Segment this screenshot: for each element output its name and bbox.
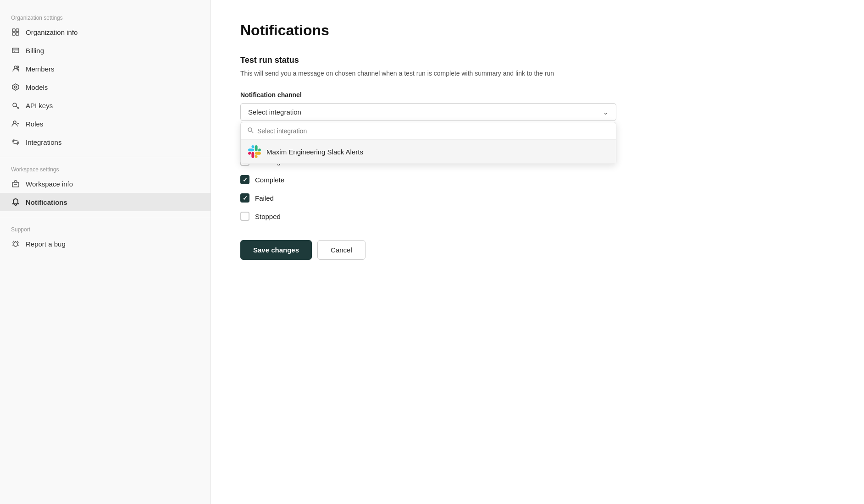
sidebar-divider-1 [0, 157, 210, 157]
sidebar-item-label: Workspace info [26, 180, 73, 188]
checkbox-stopped[interactable] [240, 212, 249, 221]
roles-icon [11, 119, 20, 128]
sidebar-item-api-keys[interactable]: API keys [0, 96, 210, 115]
svg-point-18 [14, 242, 17, 247]
sidebar-item-org-info[interactable]: Organization info [0, 23, 210, 41]
sidebar-item-members[interactable]: Members [0, 60, 210, 78]
svg-rect-2 [12, 33, 15, 35]
sidebar-item-notifications[interactable]: Notifications [0, 193, 210, 211]
sidebar-item-label: Notifications [26, 198, 67, 206]
checkbox-failed[interactable] [240, 193, 249, 203]
checkbox-complete-label: Complete [255, 176, 284, 184]
sidebar-item-workspace-info[interactable]: Workspace info [0, 175, 210, 193]
svg-point-7 [14, 66, 17, 69]
svg-point-19 [248, 128, 252, 131]
sidebar-item-label: Integrations [26, 138, 61, 146]
svg-rect-3 [16, 33, 19, 35]
models-icon [11, 82, 20, 92]
key-icon [11, 101, 20, 110]
svg-rect-1 [16, 29, 19, 32]
sidebar-item-label: Members [26, 65, 55, 73]
sidebar-item-label: Organization info [26, 28, 78, 36]
sidebar-item-label: Models [26, 83, 48, 91]
sidebar-item-label: API keys [26, 102, 53, 110]
members-icon [11, 64, 20, 73]
bell-icon [11, 197, 20, 207]
dropdown-search-input[interactable] [257, 127, 609, 135]
channel-label: Notification channel [240, 91, 835, 99]
sidebar-item-roles[interactable]: Roles [0, 115, 210, 133]
svg-marker-9 [12, 84, 19, 90]
svg-point-8 [17, 66, 19, 68]
button-row: Save changes Cancel [240, 240, 835, 260]
sidebar-item-label: Billing [26, 47, 44, 55]
workspace-section-label: Workspace settings [0, 163, 210, 175]
briefcase-icon [11, 179, 20, 188]
svg-rect-4 [12, 48, 19, 53]
page-title: Notifications [240, 22, 835, 39]
sidebar: Organization settings Organization info … [0, 0, 211, 504]
billing-icon [11, 46, 20, 55]
main-content: Notifications Test run status This will … [211, 0, 864, 504]
chevron-down-icon: ⌄ [603, 109, 609, 116]
svg-line-20 [252, 131, 254, 133]
sidebar-divider-2 [0, 217, 210, 217]
svg-point-11 [13, 103, 17, 107]
dropdown-search-container [241, 122, 616, 140]
svg-point-10 [15, 86, 17, 88]
integration-dropdown[interactable]: Select integration ⌄ [240, 103, 616, 121]
bug-icon [11, 239, 20, 248]
slack-logo-icon [248, 145, 261, 158]
sidebar-item-label: Roles [26, 120, 43, 128]
dropdown-selected-value: Select integration [248, 108, 301, 116]
section-description: This will send you a message on chosen c… [240, 69, 835, 78]
dropdown-option-label: Maxim Engineering Slack Alerts [266, 148, 363, 156]
cancel-button[interactable]: Cancel [317, 240, 366, 260]
grid-icon [11, 27, 20, 37]
checkbox-complete[interactable] [240, 175, 249, 184]
svg-point-15 [13, 121, 16, 124]
checkbox-row-complete: Complete [240, 170, 835, 189]
section-title: Test run status [240, 55, 835, 65]
sidebar-item-integrations[interactable]: Integrations [0, 133, 210, 151]
integration-dropdown-wrapper: Select integration ⌄ [240, 103, 616, 121]
search-icon [247, 127, 254, 135]
save-button[interactable]: Save changes [240, 240, 312, 260]
sidebar-item-label: Report a bug [26, 240, 66, 248]
svg-rect-0 [12, 29, 15, 32]
checkbox-stopped-label: Stopped [255, 213, 281, 220]
sidebar-item-report-bug[interactable]: Report a bug [0, 235, 210, 253]
checkbox-failed-label: Failed [255, 194, 274, 202]
sidebar-item-models[interactable]: Models [0, 78, 210, 96]
org-section-label: Organization settings [0, 11, 210, 23]
checkbox-row-failed: Failed [240, 189, 835, 207]
integration-dropdown-panel: Maxim Engineering Slack Alerts [240, 122, 616, 164]
checkbox-row-stopped: Stopped [240, 207, 835, 225]
sidebar-item-billing[interactable]: Billing [0, 41, 210, 60]
dropdown-option-slack[interactable]: Maxim Engineering Slack Alerts [241, 140, 616, 164]
integrations-icon [11, 137, 20, 147]
support-section-label: Support [0, 223, 210, 235]
